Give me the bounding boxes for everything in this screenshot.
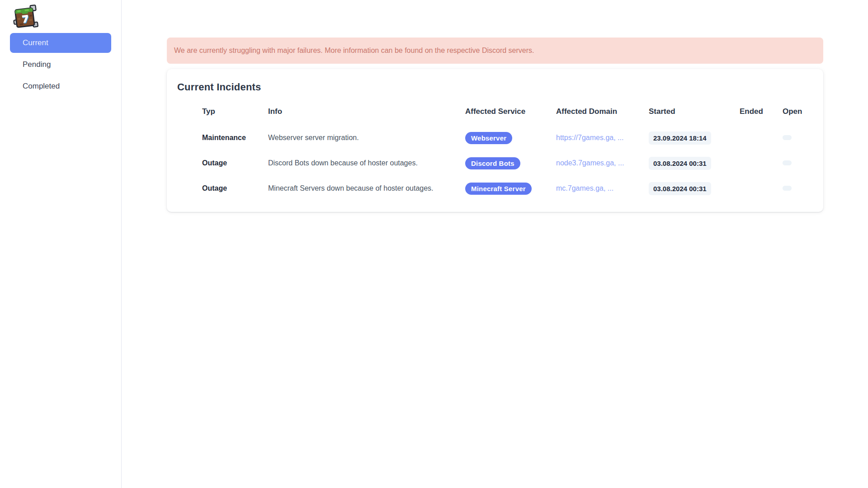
- incident-info: Webserver server migration.: [261, 125, 458, 150]
- app-logo[interactable]: [13, 5, 40, 31]
- sidebar-item-label: Pending: [23, 60, 51, 69]
- incident-started-cell: 03.08.2024 00:31: [642, 150, 732, 176]
- incident-service-cell: Webserver: [458, 125, 549, 150]
- sidebar-item-label: Completed: [23, 82, 60, 91]
- incident-service-cell: Minecraft Server: [458, 176, 549, 201]
- column-header-started: Started: [642, 94, 732, 125]
- incident-typ: Outage: [195, 176, 261, 201]
- alert-text: We are currently struggling with major f…: [174, 47, 534, 55]
- main-content: We are currently struggling with major f…: [122, 0, 868, 488]
- incident-row: Maintenance Webserver server migration. …: [195, 125, 816, 150]
- incident-service-cell: Discord Bots: [458, 150, 549, 176]
- started-badge: 03.08.2024 00:31: [649, 157, 711, 170]
- incident-typ: Outage: [195, 150, 261, 176]
- open-toggle[interactable]: [783, 186, 792, 191]
- service-badge: Minecraft Server: [465, 183, 532, 195]
- started-badge: 23.09.2024 18:14: [649, 131, 711, 145]
- minecraft-block-icon: [13, 5, 40, 31]
- incident-ended: [732, 125, 775, 150]
- incident-started-cell: 03.08.2024 00:31: [642, 176, 732, 201]
- incident-info: Minecraft Servers down because of hoster…: [261, 176, 458, 201]
- incident-info: Discord Bots down because of hoster outa…: [261, 150, 458, 176]
- sidebar-item-current[interactable]: Current: [10, 33, 111, 53]
- open-toggle[interactable]: [783, 160, 792, 165]
- incident-domain-cell: node3.7games.ga, ...: [549, 150, 642, 176]
- incident-started-cell: 23.09.2024 18:14: [642, 125, 732, 150]
- sidebar-item-label: Current: [23, 38, 48, 47]
- domain-link[interactable]: node3.7games.ga, ...: [556, 159, 624, 167]
- open-toggle[interactable]: [783, 135, 792, 140]
- incidents-table-body: Maintenance Webserver server migration. …: [195, 125, 816, 201]
- incident-domain-cell: https://7games.ga, ...: [549, 125, 642, 150]
- service-badge: Webserver: [465, 132, 512, 144]
- sidebar-item-pending[interactable]: Pending: [10, 55, 111, 75]
- incident-open-cell: [775, 150, 816, 176]
- column-header-typ: Typ: [195, 94, 261, 125]
- table-header-row: TypInfoAffected ServiceAffected DomainSt…: [195, 94, 816, 125]
- incidents-card: Current Incidents TypInfoAffected Servic…: [167, 69, 823, 212]
- column-header-affected-service: Affected Service: [458, 94, 549, 125]
- incidents-table: TypInfoAffected ServiceAffected DomainSt…: [195, 94, 816, 201]
- incident-typ: Maintenance: [195, 125, 261, 150]
- incident-row: Outage Discord Bots down because of host…: [195, 150, 816, 176]
- service-badge: Discord Bots: [465, 157, 520, 169]
- domain-link[interactable]: https://7games.ga, ...: [556, 134, 623, 141]
- sidebar-nav: Current Pending Completed: [0, 33, 121, 96]
- column-header-affected-domain: Affected Domain: [549, 94, 642, 125]
- alert-banner: We are currently struggling with major f…: [167, 38, 823, 64]
- incident-domain-cell: mc.7games.ga, ...: [549, 176, 642, 201]
- card-title: Current Incidents: [177, 81, 823, 94]
- incident-ended: [732, 176, 775, 201]
- domain-link[interactable]: mc.7games.ga, ...: [556, 184, 613, 192]
- incident-open-cell: [775, 176, 816, 201]
- sidebar: Current Pending Completed: [0, 0, 122, 488]
- incident-open-cell: [775, 125, 816, 150]
- column-header-info: Info: [261, 94, 458, 125]
- column-header-open: Open: [775, 94, 816, 125]
- column-header-ended: Ended: [732, 94, 775, 125]
- app-root: Current Pending Completed We are current…: [0, 0, 868, 488]
- started-badge: 03.08.2024 00:31: [649, 182, 711, 195]
- sidebar-item-completed[interactable]: Completed: [10, 76, 111, 96]
- incident-row: Outage Minecraft Servers down because of…: [195, 176, 816, 201]
- incident-ended: [732, 150, 775, 176]
